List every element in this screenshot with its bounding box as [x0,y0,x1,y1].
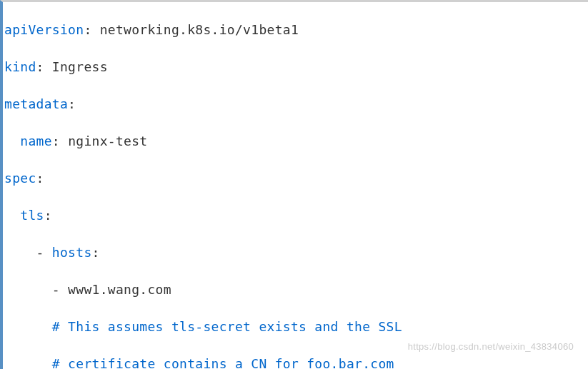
yaml-line: kind: Ingress [4,58,588,76]
yaml-dash: - [52,282,60,297]
yaml-key: kind [4,59,36,74]
yaml-comment: # This assumes tls-secret exists and the… [52,319,402,334]
yaml-dash: - [36,245,44,260]
yaml-line: - www1.wang.com [4,280,588,299]
yaml-line: apiVersion: networking.k8s.io/v1beta1 [4,21,588,39]
yaml-value: nginx-test [68,133,147,148]
yaml-key: spec [4,171,36,186]
yaml-key: tls [20,208,44,223]
yaml-line: name: nginx-test [4,132,588,151]
yaml-key: metadata [4,96,68,111]
yaml-key: name [20,133,52,148]
yaml-line: tls: [4,206,588,225]
yaml-line: # certificate contains a CN for foo.bar.… [4,355,588,369]
yaml-line: metadata: [4,95,588,113]
yaml-key: hosts [52,245,92,260]
code-editor[interactable]: apiVersion: networking.k8s.io/v1beta1 ki… [0,0,588,369]
yaml-value: Ingress [52,59,108,74]
yaml-key: apiVersion [4,22,84,37]
yaml-line: # This assumes tls-secret exists and the… [4,318,588,336]
yaml-value: networking.k8s.io/v1beta1 [100,22,299,37]
yaml-value: www1.wang.com [68,282,171,297]
watermark-text: https://blog.csdn.net/weixin_43834060 [408,338,574,356]
yaml-comment: # certificate contains a CN for foo.bar.… [52,356,394,369]
yaml-line: spec: [4,169,588,188]
yaml-line: - hosts: [4,243,588,262]
